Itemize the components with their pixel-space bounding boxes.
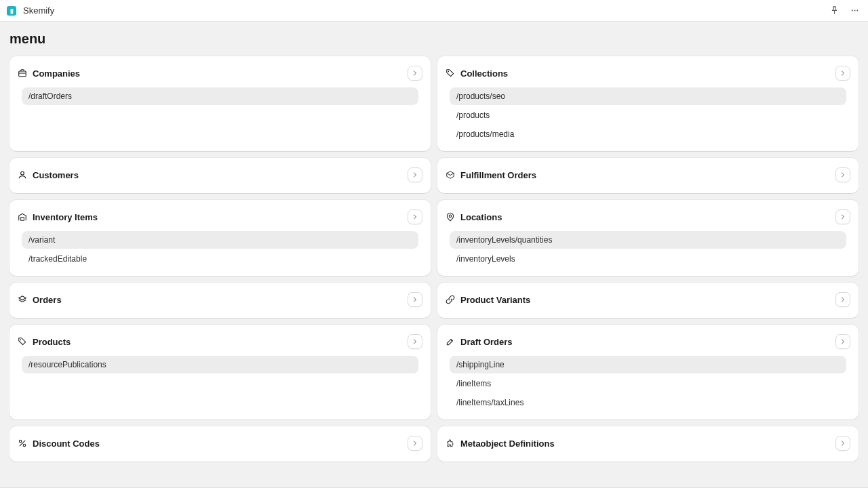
card-title: Product Variants — [460, 295, 530, 305]
warehouse-icon — [18, 212, 27, 222]
chevron-right-icon — [839, 213, 847, 221]
more-icon — [850, 5, 860, 16]
list-item[interactable]: /variant — [22, 231, 418, 249]
tag-icon — [18, 337, 27, 346]
card-title: Metaobject Definitions — [460, 439, 555, 449]
card-orders: Orders — [9, 283, 431, 318]
pin-button[interactable] — [827, 4, 841, 18]
list-item[interactable]: /lineItems — [450, 375, 846, 392]
topbar: ▮ Skemify — [0, 0, 868, 22]
list-item[interactable]: /trackedEditable — [22, 250, 418, 268]
card-inventory-items: Inventory Items /variant /trackedEditabl… — [9, 200, 431, 276]
card-title: Discount Codes — [33, 439, 100, 449]
chevron-right-icon — [839, 439, 847, 447]
card-title: Locations — [460, 212, 502, 222]
chevron-right-icon — [839, 171, 847, 179]
card-title: Orders — [33, 295, 62, 305]
cards-grid: Companies /draftOrders Collections /prod… — [9, 56, 859, 462]
card-title: Products — [33, 337, 71, 347]
list-item[interactable]: /shippingLine — [450, 356, 846, 373]
card-title: Fulfillment Orders — [460, 170, 536, 180]
puzzle-icon — [446, 439, 455, 448]
card-products: Products /resourcePublications — [9, 325, 431, 420]
chevron-right-icon — [839, 338, 847, 346]
card-title: Companies — [33, 68, 80, 79]
expand-products-button[interactable] — [408, 334, 422, 349]
chevron-right-icon — [839, 296, 847, 304]
expand-companies-button[interactable] — [408, 66, 422, 81]
chevron-right-icon — [839, 69, 847, 77]
list-item[interactable]: /lineItems/taxLines — [450, 394, 846, 411]
card-fulfillment-orders: Fulfillment Orders — [437, 158, 859, 193]
tag-icon — [446, 68, 455, 78]
card-title: Draft Orders — [460, 337, 513, 347]
expand-product-variants-button[interactable] — [835, 292, 850, 307]
chevron-right-icon — [411, 296, 419, 304]
expand-inventory-items-button[interactable] — [408, 209, 422, 224]
card-locations: Locations /inventoryLevels/quantities /i… — [437, 200, 859, 276]
pin-icon — [829, 5, 840, 16]
user-icon — [18, 170, 27, 180]
expand-discount-codes-button[interactable] — [408, 436, 422, 451]
card-discount-codes: Discount Codes — [9, 426, 431, 462]
layers-icon — [18, 295, 27, 304]
expand-locations-button[interactable] — [835, 209, 850, 224]
box-icon — [446, 170, 455, 180]
list-item[interactable]: /inventoryLevels/quantities — [450, 231, 846, 249]
card-metaobject-definitions: Metaobject Definitions — [437, 426, 859, 462]
list-item[interactable]: /draftOrders — [22, 87, 418, 105]
chevron-right-icon — [411, 213, 419, 221]
card-companies: Companies /draftOrders — [9, 56, 431, 151]
list-item[interactable]: /products — [450, 106, 846, 124]
expand-fulfillment-orders-button[interactable] — [835, 167, 850, 182]
chevron-right-icon — [411, 439, 419, 447]
card-title: Customers — [33, 170, 79, 180]
card-draft-orders: Draft Orders /shippingLine /lineItems /l… — [437, 325, 859, 420]
more-button[interactable] — [848, 4, 861, 18]
chevron-right-icon — [411, 338, 419, 346]
app-name: Skemify — [23, 5, 54, 16]
list-item[interactable]: /inventoryLevels — [450, 250, 846, 268]
list-item[interactable]: /resourcePublications — [22, 356, 418, 373]
pin-icon — [446, 212, 455, 222]
card-title: Inventory Items — [33, 212, 98, 222]
card-product-variants: Product Variants — [437, 283, 859, 318]
list-item[interactable]: /products/media — [450, 125, 846, 143]
expand-draft-orders-button[interactable] — [835, 334, 850, 349]
app-logo-icon: ▮ — [7, 6, 16, 16]
expand-orders-button[interactable] — [408, 292, 422, 307]
card-customers: Customers — [9, 158, 431, 193]
percent-icon — [18, 439, 27, 448]
briefcase-icon — [18, 68, 27, 78]
page-title: menu — [9, 31, 859, 47]
link-icon — [446, 295, 455, 304]
expand-collections-button[interactable] — [835, 66, 850, 81]
edit-icon — [446, 337, 455, 346]
expand-customers-button[interactable] — [408, 167, 422, 182]
list-item[interactable]: /products/seo — [450, 87, 846, 105]
card-collections: Collections /products/seo /products /pro… — [437, 56, 859, 151]
expand-metaobject-definitions-button[interactable] — [835, 436, 850, 451]
chevron-right-icon — [411, 69, 419, 77]
chevron-right-icon — [411, 171, 419, 179]
card-title: Collections — [460, 68, 508, 79]
